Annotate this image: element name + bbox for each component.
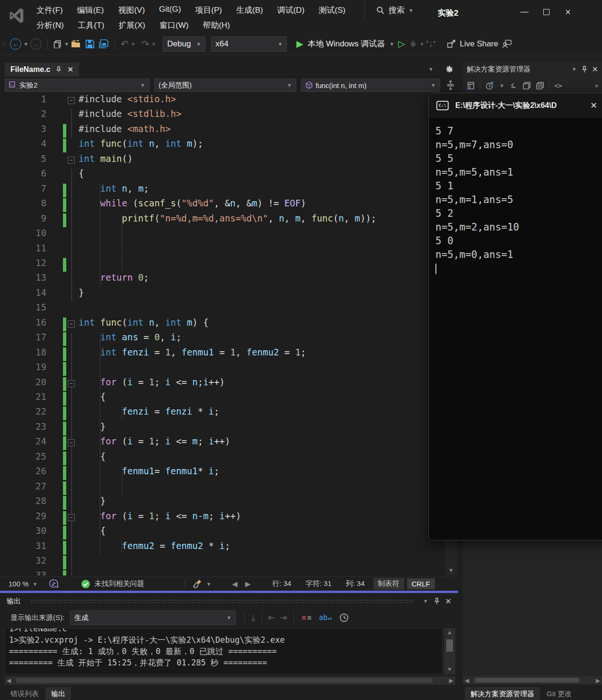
redo-button[interactable]: ↷: [140, 36, 151, 52]
output-vscrollbar[interactable]: ▲ ▼: [444, 628, 455, 674]
panel-tab[interactable]: Git 更改: [541, 687, 577, 700]
tab-filename-c[interactable]: FileName.c ✕: [5, 62, 79, 77]
menu-item[interactable]: 测试(S): [311, 3, 353, 18]
code-line[interactable]: 12: [0, 257, 458, 272]
close-button[interactable]: ×: [557, 4, 579, 20]
code-line[interactable]: 23 }: [0, 421, 458, 436]
menu-item[interactable]: 编辑(E): [70, 3, 111, 18]
output-close-icon[interactable]: ✕: [445, 597, 452, 606]
gear-icon[interactable]: [445, 64, 454, 73]
word-wrap-icon[interactable]: ab↵: [319, 613, 332, 622]
code-line[interactable]: 24− for (i = 1; i <= m; i++): [0, 436, 458, 451]
menu-item[interactable]: 文件(F): [29, 3, 70, 18]
scroll-left-icon[interactable]: ◀: [7, 677, 11, 684]
scroll-left-icon[interactable]: ◀: [465, 677, 469, 684]
code-line[interactable]: 6{: [0, 168, 458, 183]
code-line[interactable]: 26 fenmu1= fenmu1* i;: [0, 466, 458, 480]
toolbar-overflow-icon[interactable]: »: [595, 82, 598, 89]
new-project-button[interactable]: [52, 36, 64, 52]
profiler-marks-icon[interactable]: ”⍮”: [425, 36, 438, 52]
next-message-icon[interactable]: ⇥: [280, 612, 287, 623]
minimize-button[interactable]: —: [513, 4, 535, 20]
open-folder-button[interactable]: [69, 36, 83, 52]
tab-close-icon[interactable]: ✕: [67, 65, 73, 74]
panel-menu-caret-icon[interactable]: ▼: [572, 66, 577, 72]
scope-dropdown[interactable]: (全局范围)▼: [154, 79, 296, 92]
maximize-button[interactable]: [535, 4, 557, 20]
save-all-button[interactable]: [97, 36, 111, 52]
code-line[interactable]: 9 printf("n=%d,m=%d,ans=%d\n", n, m, fun…: [0, 213, 458, 228]
menu-item[interactable]: 帮助(H): [195, 18, 237, 33]
output-log[interactable]: 1>FileName.c 1>实验2.vcxproj -> E:\程序设计-大一…: [5, 628, 443, 674]
menu-item[interactable]: 生成(B): [229, 3, 270, 18]
fold-collapse-icon[interactable]: −: [68, 439, 75, 446]
output-hscrollbar[interactable]: ◀ ▶: [5, 676, 455, 685]
nav-forward-icon[interactable]: ▶: [245, 580, 251, 588]
code-line[interactable]: 27: [0, 481, 458, 496]
menu-item[interactable]: 扩展(X): [111, 18, 152, 33]
code-line[interactable]: 30 {: [0, 525, 458, 540]
undo-caret-icon[interactable]: ▼: [131, 41, 136, 47]
output-source-dropdown[interactable]: 生成▼: [70, 611, 236, 625]
menu-item[interactable]: 视图(V): [111, 3, 152, 18]
code-line[interactable]: 11: [0, 243, 458, 257]
output-menu-caret-icon[interactable]: ▼: [423, 598, 428, 604]
indent-mode-button[interactable]: 制表符: [373, 578, 404, 590]
scrollbar-thumb[interactable]: [446, 639, 453, 652]
code-editor[interactable]: 1−#include <stdio.h>2#include <stdlib.h>…: [0, 94, 458, 576]
scroll-right-icon[interactable]: ▶: [596, 677, 600, 684]
console-title-bar[interactable]: C:\ E:\程序设计-大一\实验2\x64\D ✕: [429, 93, 602, 118]
configuration-dropdown[interactable]: Debug▼: [163, 36, 205, 52]
clear-all-icon[interactable]: ✕≡: [301, 613, 311, 622]
health-check-icon[interactable]: [81, 579, 90, 589]
redo-caret-icon[interactable]: ▼: [151, 41, 156, 47]
fold-collapse-icon[interactable]: −: [68, 157, 75, 164]
menu-item[interactable]: Git(G): [152, 3, 188, 18]
jump-to-output-icon[interactable]: ⤓: [251, 613, 255, 623]
prev-message-icon[interactable]: ⇤: [268, 612, 275, 623]
hot-reload-caret-icon[interactable]: ▼: [419, 41, 425, 47]
pending-changes-filter-icon[interactable]: [485, 81, 495, 90]
code-line[interactable]: 7 int n, m;: [0, 183, 458, 198]
scroll-up-icon[interactable]: ▲: [444, 628, 455, 636]
code-line[interactable]: 2#include <stdlib.h>: [0, 108, 458, 123]
nav-back-icon[interactable]: ◀: [232, 580, 238, 588]
debug-console-window[interactable]: C:\ E:\程序设计-大一\实验2\x64\D ✕ 5 7 n=5,m=7,a…: [428, 93, 602, 541]
code-line[interactable]: 22 fenzi = fenzi * i;: [0, 406, 458, 421]
code-line[interactable]: 14}: [0, 287, 458, 302]
code-line[interactable]: 17 int ans = 0, i;: [0, 332, 458, 346]
member-dropdown[interactable]: func(int n, int m)▼: [301, 79, 440, 92]
scroll-right-icon[interactable]: ▶: [449, 677, 453, 684]
code-line[interactable]: 3#include <math.h>: [0, 124, 458, 138]
health-status-text[interactable]: 未找到相关问题: [94, 579, 144, 588]
scrollbar-thumb[interactable]: [475, 678, 579, 682]
code-line[interactable]: 19: [0, 362, 458, 376]
save-button[interactable]: [83, 36, 97, 52]
code-line[interactable]: 10: [0, 228, 458, 242]
code-line[interactable]: 20− for (i = 1; i <= n;i++): [0, 377, 458, 391]
platform-dropdown[interactable]: x64▼: [211, 36, 287, 52]
live-share-button[interactable]: Live Share: [445, 36, 500, 52]
code-line[interactable]: 15: [0, 302, 458, 317]
code-cleanup-broom-icon[interactable]: [193, 579, 203, 589]
code-line[interactable]: 29− for (i = 1; i <= n-m; i++): [0, 511, 458, 525]
menu-item[interactable]: 分析(N): [29, 18, 71, 33]
code-line[interactable]: 32: [0, 555, 458, 570]
panel-tab[interactable]: 解决方案资源管理器: [465, 687, 540, 700]
project-dropdown[interactable]: ⁺₊ 实验2▼: [5, 79, 150, 92]
start-without-debugging-button[interactable]: ▷: [396, 36, 407, 52]
filter-caret-icon[interactable]: ▼: [499, 83, 505, 89]
hot-reload-button[interactable]: [407, 36, 419, 52]
code-line[interactable]: 18 int fenzi = 1, fenmu1 = 1, fenmu2 = 1…: [0, 347, 458, 362]
new-project-caret-icon[interactable]: ▼: [64, 41, 69, 47]
console-close-icon[interactable]: ✕: [590, 100, 597, 111]
code-line[interactable]: 31 fenmu2 = fenmu2 * i;: [0, 541, 458, 555]
fold-collapse-icon[interactable]: −: [68, 97, 75, 104]
search-control[interactable]: 搜索 ▼: [376, 5, 414, 16]
menu-item[interactable]: 调试(D): [270, 3, 312, 18]
code-line[interactable]: 13 return 0;: [0, 272, 458, 287]
start-debugging-button[interactable]: ▶ 本地 Windows 调试器 ▼: [294, 36, 396, 52]
undo-button[interactable]: ↶: [119, 36, 131, 52]
copilot-status-icon[interactable]: [49, 579, 59, 589]
timestamp-clock-icon[interactable]: [339, 613, 349, 622]
